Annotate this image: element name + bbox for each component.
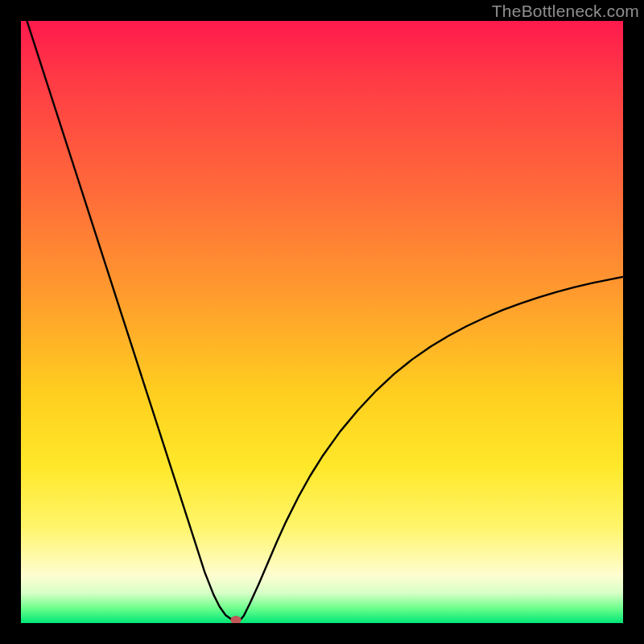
watermark-label: TheBottleneck.com (492, 2, 639, 21)
min-point-marker (230, 616, 241, 623)
plot-area (21, 21, 623, 623)
chart-frame: TheBottleneck.com (0, 0, 644, 644)
curve-layer (21, 21, 623, 623)
bottleneck-curve (27, 21, 623, 620)
